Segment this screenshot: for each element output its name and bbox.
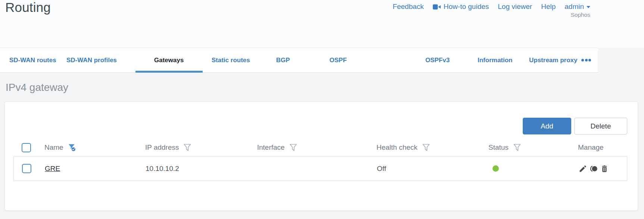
brand-label: Sophos: [570, 12, 590, 18]
delete-icon[interactable]: [600, 164, 609, 173]
column-header-ip-address: IP address: [145, 143, 179, 152]
column-header-manage: Manage: [578, 143, 604, 152]
add-button[interactable]: Add: [523, 118, 571, 134]
feedback-link[interactable]: Feedback: [393, 3, 423, 11]
ip-address-cell: 10.10.10.2: [146, 165, 257, 173]
ellipsis-icon: [585, 59, 588, 61]
tab-sd-wan-profiles[interactable]: SD-WAN profiles: [66, 48, 117, 72]
more-tabs-button[interactable]: [581, 48, 591, 72]
tab-static-routes[interactable]: Static routes: [212, 48, 250, 72]
help-link[interactable]: Help: [541, 3, 556, 11]
admin-label: admin: [565, 3, 584, 11]
column-header-interface: Interface: [257, 143, 285, 152]
howto-guides-label: How-to guides: [444, 3, 489, 11]
tab-ospfv3[interactable]: OSPFv3: [425, 48, 450, 72]
video-camera-icon: [433, 4, 441, 10]
select-all-checkbox[interactable]: [22, 143, 31, 152]
ellipsis-icon: [588, 59, 591, 61]
ipv4-gateway-panel: Add Delete Name IP address Interface Hea: [4, 101, 638, 211]
table-row: GRE 10.10.10.2 Off: [13, 156, 627, 181]
log-viewer-link[interactable]: Log viewer: [498, 3, 532, 11]
page-title: Routing: [5, 0, 51, 15]
interface-filter-icon[interactable]: [289, 143, 297, 152]
name-filter-active-icon[interactable]: [68, 143, 76, 152]
admin-menu[interactable]: admin: [565, 3, 590, 11]
chevron-down-icon: [587, 6, 590, 8]
section-title: IPv4 gateway: [6, 82, 68, 93]
manage-cell: [578, 164, 627, 173]
top-nav: Feedback How-to guides Log viewer Help a…: [393, 3, 590, 11]
active-tab-underline: [135, 71, 203, 73]
tab-upstream-proxy[interactable]: Upstream proxy: [529, 48, 577, 72]
tab-bgp[interactable]: BGP: [276, 48, 290, 72]
health-check-cell: Off: [377, 165, 489, 173]
delete-button[interactable]: Delete: [574, 118, 627, 134]
ip-address-filter-icon[interactable]: [183, 143, 191, 152]
tab-sd-wan-routes[interactable]: SD-WAN routes: [9, 48, 56, 72]
howto-guides-link[interactable]: How-to guides: [433, 3, 489, 11]
tab-bar: SD-WAN routes SD-WAN profiles Gateways S…: [0, 48, 598, 73]
tab-gateways[interactable]: Gateways: [154, 48, 184, 72]
status-dot: [493, 165, 499, 172]
health-check-filter-icon[interactable]: [422, 143, 430, 152]
table-header: Name IP address Interface Health check: [13, 140, 627, 155]
column-header-name: Name: [44, 143, 63, 152]
tab-ospf[interactable]: OSPF: [329, 48, 347, 72]
gateway-name-link[interactable]: GRE: [45, 165, 60, 173]
page-header: Routing Feedback How-to guides Log viewe…: [0, 0, 644, 48]
clone-icon[interactable]: [589, 164, 598, 173]
edit-icon[interactable]: [578, 164, 587, 173]
column-header-health-check: Health check: [376, 143, 418, 152]
row-checkbox[interactable]: [22, 164, 31, 173]
tab-information[interactable]: Information: [478, 48, 513, 72]
column-header-status: Status: [488, 143, 509, 152]
ellipsis-icon: [581, 59, 584, 61]
status-filter-icon[interactable]: [513, 143, 521, 152]
